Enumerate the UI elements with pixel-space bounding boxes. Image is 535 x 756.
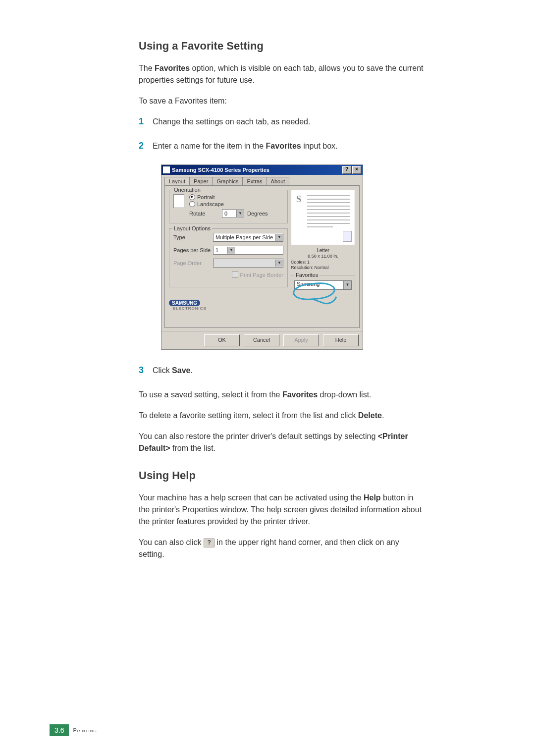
delete-paragraph: To delete a favorite setting item, selec… <box>139 410 426 422</box>
restore-default-paragraph: You can also restore the printer driver'… <box>139 431 426 454</box>
favorites-legend: Favorites <box>294 272 320 278</box>
help-paragraph-1: Your machine has a help screen that can … <box>139 492 426 528</box>
rotate-combo[interactable]: 0 ▼ <box>222 209 244 218</box>
pages-per-side-label: Pages per Side <box>173 247 213 253</box>
favorites-group: Favorites Samsung ▼ <box>291 275 355 294</box>
chevron-down-icon: ▼ <box>275 234 283 241</box>
page-order-label: Page Order <box>173 260 213 266</box>
chevron-down-icon: ▼ <box>343 281 351 289</box>
chevron-down-icon: ▼ <box>236 210 244 217</box>
section-name: Printing <box>73 727 97 733</box>
dialog-tabs: Layout Paper Graphics Extras About <box>161 175 363 185</box>
samsung-brand: SAMSUNG ELECTRONICS <box>169 300 207 311</box>
tab-graphics[interactable]: Graphics <box>212 177 243 185</box>
step-3-text: Click Save. <box>153 365 193 377</box>
type-label: Type <box>173 234 213 240</box>
page-number-badge: 3.6 <box>50 724 69 736</box>
radio-portrait[interactable]: Portrait <box>189 194 268 200</box>
tab-about[interactable]: About <box>267 177 290 185</box>
titlebar-close-button[interactable]: × <box>352 166 361 174</box>
step-number-3: 3 <box>139 365 153 376</box>
orientation-legend: Orientation <box>172 187 202 193</box>
dialog-titlebar: Samsung SCX-4100 Series Properties ? × <box>161 165 363 175</box>
step-number-1: 1 <box>139 116 153 127</box>
preview-mini-icon <box>343 231 352 242</box>
print-border-label: Print Page Border <box>240 272 283 278</box>
heading-favorite-setting: Using a Favorite Setting <box>139 40 426 53</box>
tab-paper[interactable]: Paper <box>189 177 213 185</box>
degrees-label: Degrees <box>247 211 268 216</box>
save-intro: To save a Favorites item: <box>139 95 426 107</box>
print-border-checkbox <box>232 271 238 278</box>
ok-button[interactable]: OK <box>204 334 240 346</box>
page-footer: 3.6 Printing <box>50 724 97 736</box>
page-order-combo: ▼ <box>213 259 283 268</box>
radio-dot-icon <box>189 201 195 207</box>
step-number-2: 2 <box>139 141 153 151</box>
chevron-down-icon: ▼ <box>227 247 235 254</box>
radio-landscape[interactable]: Landscape <box>189 201 268 207</box>
titlebar-help-button[interactable]: ? <box>342 166 351 174</box>
dialog-button-row: OK Cancel Apply Help <box>161 331 363 349</box>
radio-dot-icon <box>189 194 195 200</box>
question-mark-icon: ? <box>204 539 214 547</box>
properties-dialog-screenshot: Samsung SCX-4100 Series Properties ? × L… <box>161 164 363 350</box>
use-saved-paragraph: To use a saved setting, select it from t… <box>139 389 426 401</box>
cancel-button[interactable]: Cancel <box>244 334 279 346</box>
step-1-text: Change the settings on each tab, as need… <box>153 116 310 128</box>
orientation-preview-icon <box>173 194 184 208</box>
pages-per-side-combo[interactable]: 1 ▼ <box>213 246 283 255</box>
apply-button: Apply <box>283 334 319 346</box>
layout-options-legend: Layout Options <box>172 225 212 231</box>
intro-paragraph: The Favorites option, which is visible o… <box>139 62 426 86</box>
help-paragraph-2: You can also click ? in the upper right … <box>139 537 426 560</box>
printer-icon <box>163 166 170 173</box>
preview-info: Letter 8.50 x 11.00 in. Copies: 1 Resolu… <box>291 245 355 271</box>
tab-extras[interactable]: Extras <box>242 177 267 185</box>
rotate-label: Rotate <box>189 211 219 216</box>
favorites-combo[interactable]: Samsung ▼ <box>294 280 352 290</box>
step-2-text: Enter a name for the item in the Favorit… <box>153 140 338 152</box>
type-combo[interactable]: Multiple Pages per Side ▼ <box>213 233 283 242</box>
layout-options-group: Layout Options Type Multiple Pages per S… <box>169 228 288 287</box>
tab-layout[interactable]: Layout <box>164 177 190 185</box>
heading-using-help: Using Help <box>139 469 426 482</box>
orientation-group: Orientation Portrait Landscape <box>169 190 288 223</box>
page-preview: S <box>291 190 355 245</box>
preview-letter: S <box>296 194 301 205</box>
dialog-title: Samsung SCX-4100 Series Properties <box>172 167 341 173</box>
help-button[interactable]: Help <box>323 334 359 346</box>
chevron-down-icon: ▼ <box>275 260 283 267</box>
